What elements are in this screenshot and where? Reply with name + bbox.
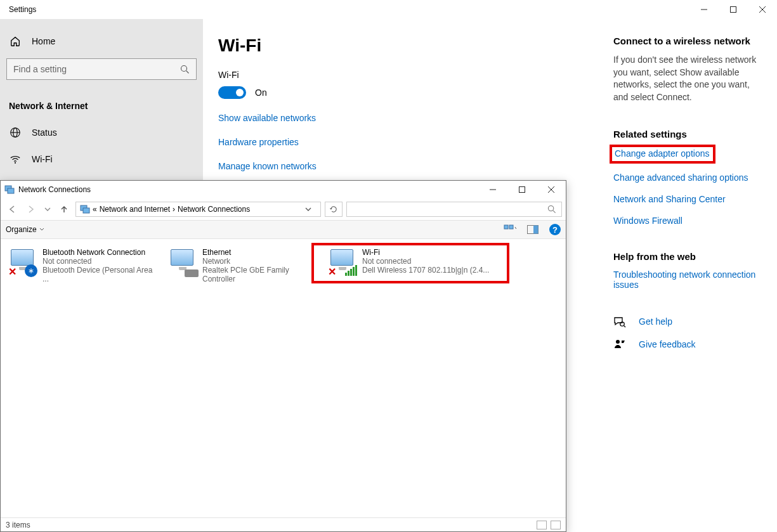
- hardware-properties-link[interactable]: Hardware properties: [218, 137, 613, 147]
- sidebar-item-wifi[interactable]: Wi-Fi: [0, 146, 203, 172]
- svg-point-9: [15, 162, 16, 164]
- connection-device: Realtek PCIe GbE Family Controller: [202, 266, 320, 283]
- settings-aside: Connect to a wireless network If you don…: [613, 36, 777, 532]
- home-nav[interactable]: Home: [0, 28, 203, 55]
- connection-device: Dell Wireless 1707 802.11b|g|n (2.4...: [362, 266, 489, 275]
- settings-title: Settings: [9, 5, 36, 14]
- svg-rect-1: [731, 7, 736, 13]
- annotation-adapter-highlight: Change adapter options: [610, 145, 715, 164]
- connection-name: Bluetooth Network Connection: [42, 248, 160, 257]
- svg-point-21: [548, 205, 553, 211]
- wifi-connection-icon: ✕: [327, 248, 358, 277]
- home-label: Home: [32, 36, 55, 46]
- svg-line-11: [624, 326, 625, 327]
- svg-line-5: [186, 70, 189, 73]
- svg-rect-26: [533, 226, 539, 234]
- organize-menu[interactable]: Organize: [6, 225, 44, 234]
- wifi-icon: [9, 153, 22, 165]
- sidebar-item-label: Wi-Fi: [32, 154, 53, 164]
- svg-point-4: [181, 65, 187, 71]
- globe-icon: [9, 127, 22, 138]
- sidebar-item-status[interactable]: Status: [0, 119, 203, 146]
- recent-dropdown[interactable]: [42, 202, 53, 217]
- network-connections-window: Network Connections « Network and Intern…: [0, 180, 566, 532]
- get-help-icon: [613, 315, 626, 328]
- connect-text: If you don't see the wireless network yo…: [613, 54, 767, 103]
- help-icon[interactable]: ?: [549, 224, 561, 235]
- manage-known-networks-link[interactable]: Manage known networks: [218, 161, 613, 171]
- explorer-close-button[interactable]: [537, 181, 566, 198]
- connection-name: Wi-Fi: [362, 248, 489, 257]
- breadcrumb-prefix: «: [93, 205, 97, 214]
- search-icon: [547, 205, 556, 214]
- forward-button[interactable]: [23, 202, 39, 217]
- connection-item-wifi[interactable]: ✕ Wi-Fi Not connected Dell Wireless 1707…: [324, 245, 508, 280]
- category-heading: Network & Internet: [0, 93, 203, 119]
- connection-device: Bluetooth Device (Personal Area ...: [42, 266, 160, 283]
- search-placeholder: Find a setting: [13, 64, 67, 74]
- refresh-button[interactable]: [325, 202, 343, 217]
- explorer-maximize-button[interactable]: [507, 181, 537, 198]
- wifi-toggle-state: On: [255, 88, 267, 98]
- advanced-sharing-link[interactable]: Change advanced sharing options: [613, 172, 767, 183]
- svg-line-22: [553, 211, 556, 213]
- sidebar-item-label: Status: [32, 127, 57, 138]
- large-icons-view-button[interactable]: [551, 521, 561, 529]
- item-count: 3 items: [6, 521, 30, 529]
- svg-rect-16: [519, 187, 525, 193]
- explorer-breadcrumb-icon: [80, 204, 90, 214]
- bluetooth-connection-icon: ✕ ∗: [7, 248, 39, 277]
- related-heading: Related settings: [613, 129, 767, 139]
- maximize-button[interactable]: [719, 0, 748, 19]
- explorer-title-bar: Network Connections: [1, 181, 566, 198]
- svg-rect-24: [509, 225, 513, 229]
- settings-title-bar: Settings: [0, 0, 777, 19]
- connection-status: Not connected: [42, 257, 160, 266]
- address-dropdown[interactable]: [305, 206, 317, 212]
- explorer-status-bar: 3 items: [1, 517, 566, 531]
- give-feedback-link[interactable]: Give feedback: [639, 339, 696, 349]
- connection-name: Ethernet: [202, 248, 320, 257]
- view-options-button[interactable]: [504, 224, 516, 235]
- up-button[interactable]: [56, 202, 72, 217]
- breadcrumb-item[interactable]: Network Connections: [178, 205, 250, 214]
- show-networks-link[interactable]: Show available networks: [218, 113, 613, 123]
- connection-status: Network: [202, 257, 320, 266]
- sharing-center-link[interactable]: Network and Sharing Center: [613, 194, 767, 204]
- explorer-nav-bar: « Network and Internet › Network Connect…: [1, 198, 566, 220]
- connect-heading: Connect to a wireless network: [613, 36, 767, 46]
- explorer-body: ✕ ∗ Bluetooth Network Connection Not con…: [1, 239, 566, 517]
- explorer-minimize-button[interactable]: [478, 181, 507, 198]
- page-title: Wi-Fi: [218, 36, 613, 56]
- details-view-button[interactable]: [537, 521, 547, 529]
- get-help-link[interactable]: Get help: [639, 316, 672, 327]
- back-button[interactable]: [4, 202, 20, 217]
- troubleshoot-link[interactable]: Troubleshooting network connection issue…: [613, 269, 767, 290]
- svg-rect-14: [8, 188, 14, 193]
- feedback-icon: [613, 338, 626, 351]
- explorer-title: Network Connections: [18, 185, 91, 194]
- change-adapter-link[interactable]: Change adapter options: [615, 148, 709, 159]
- breadcrumb[interactable]: « Network and Internet › Network Connect…: [75, 202, 321, 217]
- connection-item-bluetooth[interactable]: ✕ ∗ Bluetooth Network Connection Not con…: [4, 245, 163, 286]
- connection-status: Not connected: [362, 257, 489, 266]
- ethernet-connection-icon: [167, 248, 199, 277]
- breadcrumb-item[interactable]: Network and Internet: [100, 205, 170, 214]
- breadcrumb-chevron-icon: ›: [173, 205, 175, 214]
- explorer-search-input[interactable]: [346, 202, 562, 217]
- help-heading: Help from the web: [613, 251, 767, 262]
- explorer-app-icon: [4, 185, 15, 195]
- wifi-toggle[interactable]: [218, 86, 246, 99]
- organize-label: Organize: [6, 225, 37, 234]
- explorer-toolbar: Organize ?: [1, 220, 566, 239]
- preview-pane-button[interactable]: [526, 224, 539, 235]
- svg-rect-23: [504, 225, 508, 229]
- firewall-link[interactable]: Windows Firewall: [613, 216, 767, 226]
- search-input[interactable]: Find a setting: [6, 58, 197, 80]
- close-button[interactable]: [748, 0, 777, 19]
- wifi-label: Wi-Fi: [218, 70, 613, 80]
- connection-item-ethernet[interactable]: Ethernet Network Realtek PCIe GbE Family…: [164, 245, 323, 286]
- svg-point-12: [616, 340, 620, 344]
- minimize-button[interactable]: [689, 0, 719, 19]
- search-icon: [180, 65, 190, 74]
